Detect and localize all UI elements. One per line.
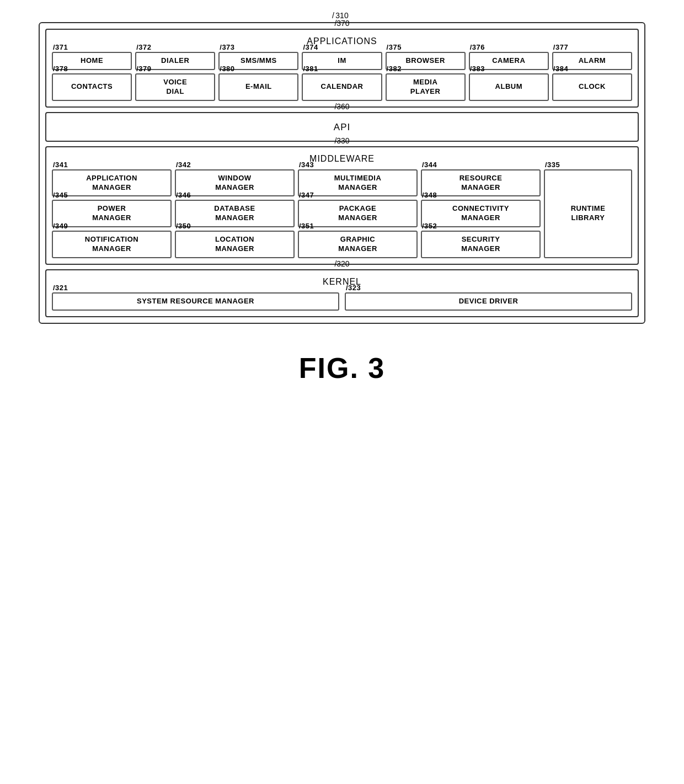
mw-location-manager: /350 LOCATIONMANAGER <box>175 231 295 258</box>
ref-371: /371 <box>53 43 68 52</box>
ref-349: /349 <box>53 222 68 231</box>
kernel-grid: /321 SYSTEM RESOURCE MANAGER /323 DEVICE… <box>52 292 632 311</box>
ref-343: /343 <box>299 161 314 170</box>
mw-multimedia-manager: /343 MULTIMEDIAMANAGER <box>298 169 418 197</box>
mw-graphic-manager: /351 GRAPHICMANAGER <box>298 231 418 258</box>
app-email: /380 E-MAIL <box>218 73 298 101</box>
ref-375: /375 <box>387 43 402 52</box>
mw-power-manager: /345 POWERMANAGER <box>52 200 172 227</box>
ref-372: /372 <box>136 43 151 52</box>
ref-350: /350 <box>176 222 191 231</box>
mw-connectivity-manager: /348 CONNECTIVITYMANAGER <box>421 200 541 227</box>
ref-381: /381 <box>303 65 318 74</box>
mw-database-manager: /346 DATABASEMANAGER <box>175 200 295 227</box>
ref-380: /380 <box>220 65 234 74</box>
app-clock: /384 CLOCK <box>552 73 632 101</box>
app-contacts: /378 CONTACTS <box>52 73 132 101</box>
api-title: API <box>52 119 632 135</box>
mw-app-manager: /341 APPLICATIONMANAGER <box>52 169 172 197</box>
mw-left-grid: /341 APPLICATIONMANAGER /342 WINDOWMANAG… <box>52 169 541 258</box>
ref-320-label: /​320 <box>334 259 349 268</box>
ref-342: /342 <box>176 161 191 170</box>
layer-310: 310 / /​370 APPLICATIONS /371 HOME /372 … <box>39 22 645 324</box>
ref-351: /351 <box>299 222 314 231</box>
ref-323: /323 <box>346 284 361 293</box>
mw-window-manager: /342 WINDOWMANAGER <box>175 169 295 197</box>
diagram-container: 310 / /​370 APPLICATIONS /371 HOME /372 … <box>39 22 645 324</box>
layer-320: /​320 KERNEL /321 SYSTEM RESOURCE MANAGE… <box>45 269 639 317</box>
mw-notification-manager: /349 NOTIFICATIONMANAGER <box>52 231 172 258</box>
ref-310-tick: / <box>332 11 334 20</box>
ref-376: /376 <box>470 43 485 52</box>
ref-373: /373 <box>220 43 234 52</box>
ref-377: /377 <box>553 43 568 52</box>
app-media-player: /382 MEDIAPLAYER <box>386 73 466 101</box>
kernel-device-driver: /323 DEVICE DRIVER <box>345 292 632 311</box>
ref-352: /352 <box>422 222 437 231</box>
ref-384: /384 <box>553 65 568 74</box>
ref-379: /379 <box>136 65 151 74</box>
ref-383: /383 <box>470 65 485 74</box>
ref-341: /341 <box>53 161 68 170</box>
middleware-grid: /341 APPLICATIONMANAGER /342 WINDOWMANAG… <box>52 169 632 258</box>
mw-resource-manager: /344 RESOURCEMANAGER <box>421 169 541 197</box>
ref-347: /347 <box>299 191 314 200</box>
ref-321: /321 <box>53 284 68 293</box>
layer-370: /​370 APPLICATIONS /371 HOME /372 DIALER… <box>45 29 639 108</box>
app-voice-dial: /379 VOICEDIAL <box>135 73 215 101</box>
ref-360-label: /​360 <box>334 102 349 111</box>
ref-370-label: /​370 <box>334 19 349 28</box>
ref-330-label: /​330 <box>334 136 349 145</box>
ref-378: /378 <box>53 65 68 74</box>
mw-package-manager: /347 PACKAGEMANAGER <box>298 200 418 227</box>
kernel-system-resource: /321 SYSTEM RESOURCE MANAGER <box>52 292 339 311</box>
layer-330: /​330 MIDDLEWARE /341 APPLICATIONMANAGER… <box>45 146 639 265</box>
ref-346: /346 <box>176 191 191 200</box>
app-calendar: /381 CALENDAR <box>302 73 382 101</box>
kernel-title: KERNEL <box>52 274 632 289</box>
ref-382: /382 <box>387 65 402 74</box>
fig-label: FIG. 3 <box>299 351 385 385</box>
mw-runtime-library: /335 RUNTIMELIBRARY <box>544 169 632 258</box>
apps-row2: /378 CONTACTS /379 VOICEDIAL /380 E-MAIL… <box>52 73 632 101</box>
ref-345: /345 <box>53 191 68 200</box>
mw-security-manager: /352 SECURITYMANAGER <box>421 231 541 258</box>
ref-335: /335 <box>545 161 560 170</box>
ref-374: /374 <box>303 43 318 52</box>
ref-344: /344 <box>422 161 437 170</box>
ref-348: /348 <box>422 191 437 200</box>
app-album: /383 ALBUM <box>469 73 549 101</box>
mw-runtime-cell: /335 RUNTIMELIBRARY <box>544 169 632 258</box>
